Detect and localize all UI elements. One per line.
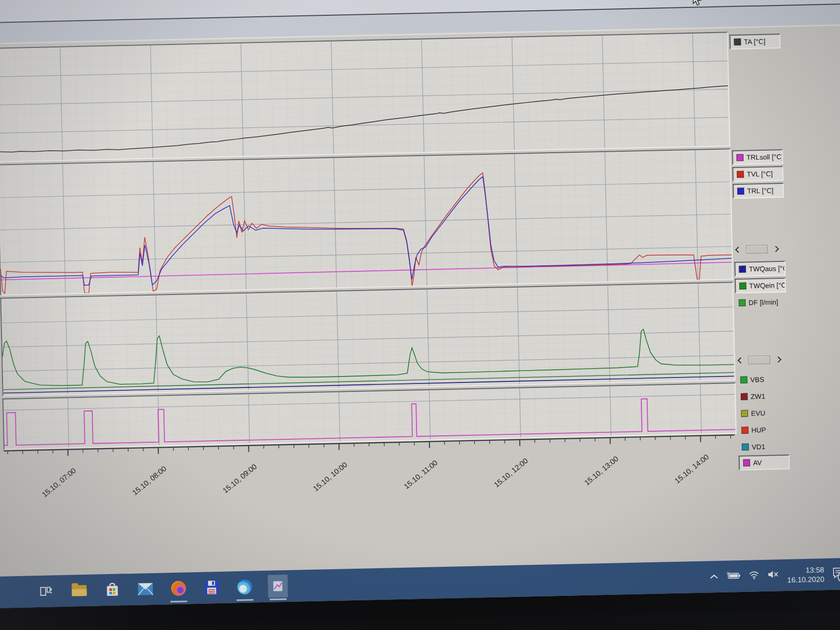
- running-indicator: [237, 599, 253, 601]
- legend-label: EVU: [751, 409, 765, 418]
- axis-label: 15.10, 07:00: [29, 466, 77, 507]
- scrollbar-thumb[interactable]: [748, 355, 770, 364]
- av-color-chip: [743, 460, 750, 466]
- chevron-right-icon: [775, 356, 781, 363]
- trlsoll-color-chip: [736, 154, 743, 161]
- scroll-left-button[interactable]: [734, 246, 742, 253]
- legend-item-zw1[interactable]: ZW1: [737, 389, 787, 403]
- action-center-icon[interactable]: 1: [832, 567, 840, 581]
- scroll-right-button[interactable]: [774, 355, 782, 363]
- tvl-color-chip: [737, 171, 744, 178]
- trl-color-chip: [737, 188, 744, 195]
- legend-item-evu[interactable]: EVU: [738, 406, 787, 420]
- legend-label: TA [°C]: [744, 38, 765, 46]
- floppy-disk-icon: [204, 580, 219, 595]
- clock-time: 13:58: [787, 565, 824, 575]
- taskbar-clock[interactable]: 13:58 16.10.2020: [787, 565, 825, 585]
- legend-column: TA [°C] TRLsoll [°C] TVL [°C] TRL [°C] T…: [729, 31, 790, 526]
- wifi-icon[interactable]: [749, 571, 759, 581]
- legend-item-tvl[interactable]: TVL [°C]: [732, 166, 784, 182]
- axis-label: 15.10, 09:00: [210, 462, 258, 504]
- legend-label: DF [l/min]: [749, 298, 778, 306]
- legend-label: TWQein [°C]: [749, 281, 786, 290]
- edge-icon[interactable]: [235, 576, 254, 598]
- legend-label: TWQaus [°C]: [749, 264, 785, 273]
- clock-date: 16.10.2020: [787, 574, 824, 585]
- chart-panel-heating-temps[interactable]: [0, 148, 733, 295]
- logger-save-icon[interactable]: [202, 577, 221, 599]
- chart-area: 15.10, 07:00 15.10, 08:00 15.10, 09:00 1…: [0, 32, 739, 542]
- edge-logo: [237, 580, 252, 595]
- legend-item-trlsoll[interactable]: TRLsoll [°C]: [732, 149, 783, 165]
- legend-item-vd1[interactable]: VD1: [738, 440, 788, 454]
- twqein-color-chip: [739, 283, 746, 290]
- scrollbar-thumb[interactable]: [746, 245, 767, 253]
- chevron-left-icon: [737, 357, 744, 364]
- axis-label: 15.10, 11:00: [391, 458, 439, 500]
- legend-item-vbs[interactable]: VBS: [737, 373, 786, 386]
- legend-label: TRL [°C]: [747, 186, 774, 195]
- chevron-right-icon: [772, 246, 779, 252]
- twqaus-color-chip: [739, 266, 746, 273]
- folder-icon: [72, 585, 86, 596]
- axis-label: 15.10, 10:00: [300, 460, 348, 502]
- legend-label: ZW1: [751, 392, 765, 401]
- legend-label: VD1: [752, 443, 765, 451]
- chart-app-icon: [271, 580, 285, 593]
- vbs-color-chip: [740, 377, 747, 383]
- axis-label: 15.10, 13:00: [572, 454, 620, 496]
- legend-scrollbar-1: [734, 244, 779, 254]
- legend-item-trl[interactable]: TRL [°C]: [733, 183, 784, 199]
- active-chart-app-button[interactable]: [268, 575, 288, 597]
- legend-item-twqein[interactable]: TWQein [°C]: [735, 278, 786, 294]
- legend-scrollbar-2: [736, 355, 782, 365]
- chart-panel-source-flow[interactable]: [0, 282, 735, 396]
- microsoft-store-icon[interactable]: [103, 579, 122, 601]
- screen-photo: 15.10, 07:00 15.10, 08:00 15.10, 09:00 1…: [0, 0, 840, 630]
- legend-label: VBS: [750, 376, 764, 384]
- mouse-cursor: [692, 0, 704, 9]
- file-explorer-icon[interactable]: [70, 580, 89, 602]
- mail-icon[interactable]: [136, 578, 155, 600]
- firefox-logo: [171, 581, 186, 596]
- df-color-chip: [739, 299, 746, 306]
- chevron-left-icon: [735, 247, 741, 253]
- legend-label: TRLsoll [°C]: [746, 153, 783, 162]
- store-bag-icon: [105, 582, 120, 597]
- chart-panel-outdoor-temp[interactable]: [0, 32, 730, 162]
- monitor-screen: 15.10, 07:00 15.10, 08:00 15.10, 09:00 1…: [0, 0, 840, 616]
- axis-label: 15.10, 14:00: [662, 453, 710, 494]
- tray-chevron-up-icon[interactable]: [710, 572, 718, 581]
- legend-label: TVL [°C]: [747, 169, 773, 178]
- ta-color-chip: [734, 39, 741, 45]
- zw1-color-chip: [741, 393, 748, 400]
- legend-item-ta[interactable]: TA [°C]: [729, 34, 781, 49]
- running-indicator: [170, 600, 187, 602]
- firefox-icon[interactable]: [169, 577, 188, 599]
- envelope-icon: [137, 583, 154, 596]
- battery-icon[interactable]: [726, 571, 741, 582]
- scroll-right-button[interactable]: [771, 245, 779, 252]
- legend-item-df[interactable]: DF [l/min]: [735, 295, 785, 309]
- axis-label: 15.10, 08:00: [120, 464, 168, 505]
- scroll-left-button[interactable]: [736, 356, 744, 364]
- time-axis-labels: 15.10, 07:00 15.10, 08:00 15.10, 09:00 1…: [4, 445, 737, 549]
- evu-color-chip: [741, 410, 748, 417]
- task-view-icon[interactable]: [37, 580, 56, 602]
- running-indicator: [270, 598, 287, 600]
- legend-label: AV: [753, 459, 762, 466]
- legend-label: HUP: [751, 426, 766, 434]
- volume-muted-icon[interactable]: [767, 570, 779, 581]
- task-view-glyph: [39, 584, 53, 598]
- hup-color-chip: [741, 427, 748, 434]
- legend-item-av[interactable]: AV: [739, 455, 790, 470]
- legend-item-twqaus[interactable]: TWQaus [°C]: [734, 261, 786, 277]
- vd1-color-chip: [742, 444, 749, 451]
- axis-label: 15.10, 12:00: [481, 456, 529, 498]
- legend-item-hup[interactable]: HUP: [738, 423, 787, 437]
